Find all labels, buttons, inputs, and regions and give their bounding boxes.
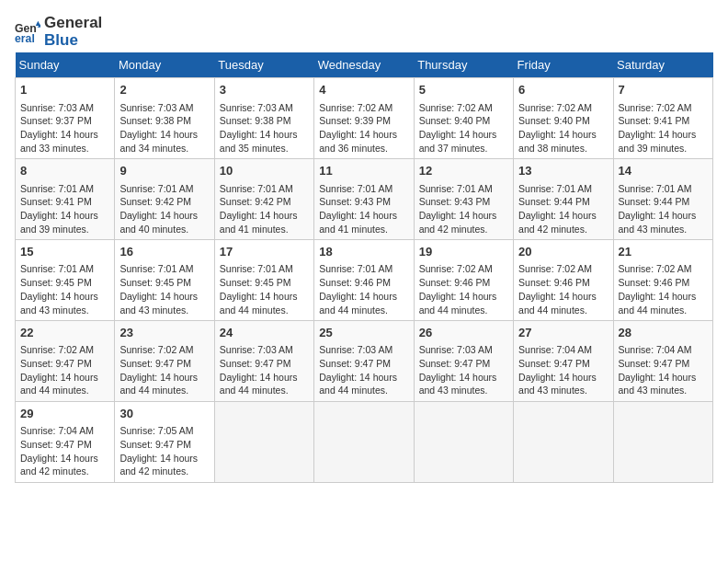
table-row: 9Sunrise: 7:01 AMSunset: 9:42 PMDaylight…	[115, 159, 214, 240]
header-row: Sunday Monday Tuesday Wednesday Thursday…	[16, 52, 713, 78]
logo-icon: Gen eral	[15, 19, 40, 45]
table-row: 12Sunrise: 7:01 AMSunset: 9:43 PMDayligh…	[414, 159, 513, 240]
table-row: 13Sunrise: 7:01 AMSunset: 9:44 PMDayligh…	[514, 159, 613, 240]
table-row: 23Sunrise: 7:02 AMSunset: 9:47 PMDayligh…	[115, 321, 214, 402]
calendar-row: 1Sunrise: 7:03 AMSunset: 9:37 PMDaylight…	[16, 78, 713, 159]
table-row	[314, 402, 414, 483]
table-row: 3Sunrise: 7:03 AMSunset: 9:38 PMDaylight…	[214, 78, 313, 159]
table-row: 19Sunrise: 7:02 AMSunset: 9:46 PMDayligh…	[414, 240, 513, 321]
table-row: 6Sunrise: 7:02 AMSunset: 9:40 PMDaylight…	[514, 78, 613, 159]
header: Gen eral General Blue	[15, 15, 713, 49]
table-row: 4Sunrise: 7:02 AMSunset: 9:39 PMDaylight…	[314, 78, 414, 159]
table-row: 16Sunrise: 7:01 AMSunset: 9:45 PMDayligh…	[115, 240, 214, 321]
calendar-row: 15Sunrise: 7:01 AMSunset: 9:45 PMDayligh…	[16, 240, 713, 321]
table-row: 21Sunrise: 7:02 AMSunset: 9:46 PMDayligh…	[613, 240, 712, 321]
col-friday: Friday	[514, 52, 613, 78]
table-row: 24Sunrise: 7:03 AMSunset: 9:47 PMDayligh…	[214, 321, 313, 402]
calendar-row: 8Sunrise: 7:01 AMSunset: 9:41 PMDaylight…	[16, 159, 713, 240]
table-row: 25Sunrise: 7:03 AMSunset: 9:47 PMDayligh…	[314, 321, 414, 402]
table-row: 10Sunrise: 7:01 AMSunset: 9:42 PMDayligh…	[214, 159, 313, 240]
calendar-table: Sunday Monday Tuesday Wednesday Thursday…	[15, 52, 713, 483]
table-row	[414, 402, 513, 483]
table-row: 20Sunrise: 7:02 AMSunset: 9:46 PMDayligh…	[514, 240, 613, 321]
table-row: 2Sunrise: 7:03 AMSunset: 9:38 PMDaylight…	[115, 78, 214, 159]
col-saturday: Saturday	[613, 52, 712, 78]
table-row: 7Sunrise: 7:02 AMSunset: 9:41 PMDaylight…	[613, 78, 712, 159]
table-row: 27Sunrise: 7:04 AMSunset: 9:47 PMDayligh…	[514, 321, 613, 402]
table-row: 22Sunrise: 7:02 AMSunset: 9:47 PMDayligh…	[16, 321, 115, 402]
col-monday: Monday	[115, 52, 214, 78]
table-row: 1Sunrise: 7:03 AMSunset: 9:37 PMDaylight…	[16, 78, 115, 159]
col-wednesday: Wednesday	[314, 52, 414, 78]
logo-blue: Blue	[44, 32, 102, 50]
calendar-row: 22Sunrise: 7:02 AMSunset: 9:47 PMDayligh…	[16, 321, 713, 402]
table-row	[214, 402, 313, 483]
table-row: 29Sunrise: 7:04 AMSunset: 9:47 PMDayligh…	[16, 402, 115, 483]
svg-text:eral: eral	[15, 31, 35, 44]
calendar-row: 29Sunrise: 7:04 AMSunset: 9:47 PMDayligh…	[16, 402, 713, 483]
table-row: 15Sunrise: 7:01 AMSunset: 9:45 PMDayligh…	[16, 240, 115, 321]
table-row: 30Sunrise: 7:05 AMSunset: 9:47 PMDayligh…	[115, 402, 214, 483]
table-row	[514, 402, 613, 483]
table-row: 26Sunrise: 7:03 AMSunset: 9:47 PMDayligh…	[414, 321, 513, 402]
logo: Gen eral General Blue	[15, 15, 102, 49]
col-tuesday: Tuesday	[214, 52, 313, 78]
logo-general: General	[44, 15, 102, 32]
col-sunday: Sunday	[16, 52, 115, 78]
table-row: 14Sunrise: 7:01 AMSunset: 9:44 PMDayligh…	[613, 159, 712, 240]
table-row: 11Sunrise: 7:01 AMSunset: 9:43 PMDayligh…	[314, 159, 414, 240]
table-row: 8Sunrise: 7:01 AMSunset: 9:41 PMDaylight…	[16, 159, 115, 240]
table-row: 17Sunrise: 7:01 AMSunset: 9:45 PMDayligh…	[214, 240, 313, 321]
table-row: 18Sunrise: 7:01 AMSunset: 9:46 PMDayligh…	[314, 240, 414, 321]
table-row: 5Sunrise: 7:02 AMSunset: 9:40 PMDaylight…	[414, 78, 513, 159]
col-thursday: Thursday	[414, 52, 513, 78]
table-row: 28Sunrise: 7:04 AMSunset: 9:47 PMDayligh…	[613, 321, 712, 402]
table-row	[613, 402, 712, 483]
